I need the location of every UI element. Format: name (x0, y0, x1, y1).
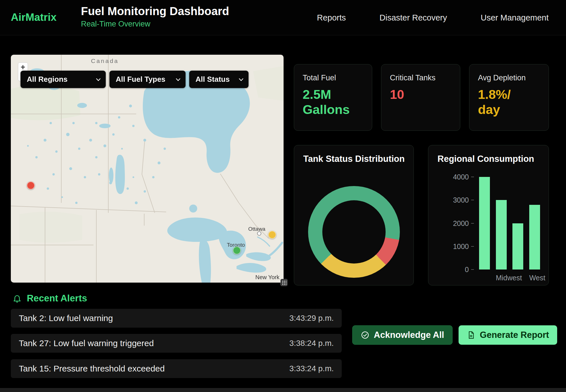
x-tick: Midwest (496, 274, 507, 281)
region-filter-select[interactable]: All Regions (21, 71, 106, 88)
status-filter-value: All Status (196, 75, 230, 84)
bell-icon (13, 293, 22, 303)
tank-marker-critical[interactable] (27, 181, 35, 189)
alert-time: 3:38:24 p.m. (289, 339, 334, 348)
bar-chart-y-axis: 4000 3000 2000 1000 0 (445, 173, 474, 273)
stat-value: 1.8%/ day (478, 87, 532, 117)
bar (512, 223, 523, 270)
y-tick: 2000 (453, 220, 474, 227)
map-markers-layer (11, 55, 284, 283)
generate-report-button[interactable]: Generate Report (459, 325, 557, 345)
bar (479, 177, 490, 270)
page-subtitle: Real-Time Overview (81, 20, 229, 28)
alert-text: Tank 2: Low fuel warning (19, 313, 113, 323)
fuel-type-filter-select[interactable]: All Fuel Types (109, 71, 186, 88)
app-root: AirMatrix Fuel Monitoring Dashboard Real… (0, 0, 566, 392)
map-panel[interactable]: Canada Ottawa Toronto New York + All Reg… (11, 55, 284, 283)
y-tick: 1000 (453, 243, 474, 250)
y-tick: 3000 (453, 196, 474, 204)
region-filter-value: All Regions (27, 75, 68, 84)
alert-time: 3:33:24 p.m. (289, 364, 334, 373)
tank-marker-warning[interactable] (268, 231, 276, 239)
tank-marker-normal[interactable] (233, 246, 241, 254)
title-block: Fuel Monitoring Dashboard Real-Time Over… (81, 5, 229, 28)
stat-card-total-fuel: Total Fuel 2.5M Gallons (294, 64, 372, 131)
top-nav: Reports Disaster Recovery User Managemen… (317, 0, 549, 35)
alert-time: 3:43:29 p.m. (289, 314, 334, 323)
stat-label: Critical Tanks (390, 74, 451, 82)
y-tick: 0 (465, 266, 474, 273)
page-title: Fuel Monitoring Dashboard (81, 5, 229, 18)
map-filter-bar: All Regions All Fuel Types All Status (21, 71, 249, 88)
alert-text: Tank 15: Pressure threshold exceeded (19, 364, 165, 373)
fuel-type-filter-value: All Fuel Types (116, 75, 165, 84)
brand-logo[interactable]: AirMatrix (11, 11, 56, 23)
x-tick (512, 274, 523, 281)
acknowledge-all-label: Acknowledge All (374, 330, 444, 340)
generate-report-label: Generate Report (480, 330, 549, 340)
chevron-down-icon (239, 77, 244, 81)
tank-status-card: Tank Status Distribution (294, 145, 414, 285)
nav-user-management[interactable]: User Management (481, 13, 549, 23)
chart-title: Tank Status Distribution (303, 154, 414, 164)
stat-value: 10 (390, 87, 444, 102)
nav-disaster-recovery[interactable]: Disaster Recovery (380, 13, 447, 23)
acknowledge-all-button[interactable]: Acknowledge All (352, 325, 453, 345)
chart-title: Regional Consumption (437, 154, 549, 164)
stat-card-avg-depletion: Avg Depletion 1.8%/ day (469, 64, 549, 131)
stat-value: 2.5M Gallons (303, 87, 357, 117)
chevron-down-icon (96, 77, 101, 81)
recent-alerts-header: Recent Alerts (13, 293, 87, 304)
nav-reports[interactable]: Reports (317, 13, 346, 23)
stat-label: Avg Depletion (478, 74, 540, 82)
bar (529, 205, 540, 270)
bar (496, 200, 507, 270)
alert-text: Tank 27: Low fuel warning triggered (19, 338, 154, 348)
alert-list-item[interactable]: Tank 2: Low fuel warning 3:43:29 p.m. (11, 309, 342, 328)
x-tick (479, 274, 490, 281)
regional-consumption-card: Regional Consumption 4000 3000 2000 1000… (428, 145, 549, 285)
resize-grip-icon[interactable] (280, 279, 288, 286)
regional-consumption-bars[interactable] (477, 177, 542, 270)
alert-list-item[interactable]: Tank 15: Pressure threshold exceeded 3:3… (11, 359, 342, 378)
y-tick: 4000 (453, 173, 474, 181)
x-tick: West (529, 274, 540, 281)
header: AirMatrix Fuel Monitoring Dashboard Real… (0, 0, 566, 35)
bar-chart-x-axis: Midwest West (477, 274, 542, 281)
alert-list-item[interactable]: Tank 27: Low fuel warning triggered 3:38… (11, 334, 342, 353)
bottom-strip (0, 388, 566, 392)
status-filter-select[interactable]: All Status (189, 71, 249, 88)
stat-label: Total Fuel (303, 74, 363, 82)
recent-alerts-title: Recent Alerts (27, 293, 87, 304)
check-circle-icon (361, 331, 369, 339)
document-icon (467, 331, 475, 339)
tank-status-donut-chart[interactable] (308, 186, 400, 278)
chevron-down-icon (176, 77, 181, 81)
stat-card-critical-tanks: Critical Tanks 10 (381, 64, 460, 131)
